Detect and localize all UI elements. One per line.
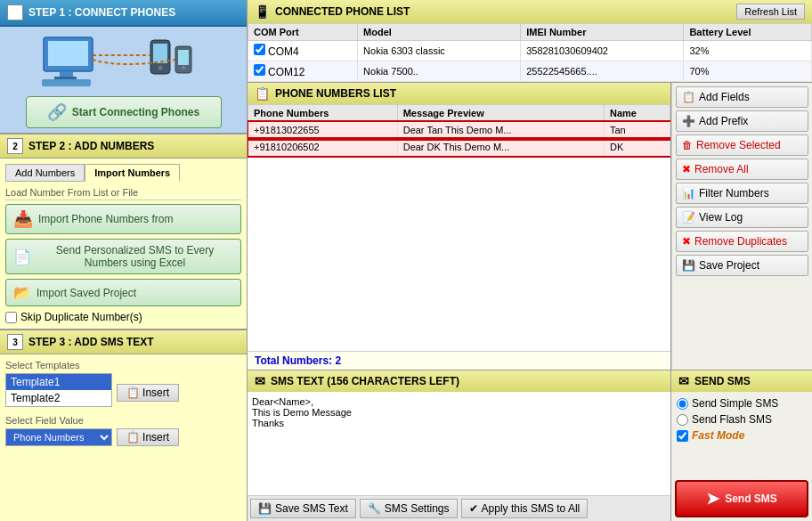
flash-sms-option[interactable]: Send Flash SMS (677, 413, 807, 426)
filter-numbers-button[interactable]: 📊 Filter Numbers (676, 183, 808, 204)
skip-duplicate-checkbox[interactable] (5, 312, 17, 323)
step1-icon: 1 (7, 4, 23, 20)
send-sms-section: ✉ SEND SMS Send Simple SMS Send Flash SM… (671, 370, 812, 521)
svg-rect-1 (48, 41, 88, 66)
save-project-button[interactable]: 💾 Save Project (676, 255, 808, 276)
col-message-preview: Message Preview (397, 105, 604, 122)
row1-model: Nokia 6303 classic (358, 41, 521, 61)
tab-bar: Add Numbers Import Numbers (5, 164, 241, 182)
add-prefix-label: Add Prefix (699, 115, 748, 127)
insert-icon: 📋 (126, 387, 140, 399)
connected-icon: 📱 (255, 4, 270, 19)
select-field-label: Select Field Value (5, 415, 241, 426)
phone-1: +91813022655 (248, 122, 398, 139)
svg-rect-6 (153, 44, 167, 63)
svg-rect-3 (54, 77, 77, 79)
fast-mode-row[interactable]: Fast Mode (677, 429, 807, 442)
send-sms-button[interactable]: ➤ Send SMS (675, 480, 808, 517)
col-battery: Battery Level (684, 24, 812, 41)
col-imei: IMEI Number (521, 24, 684, 41)
send-personalized-button[interactable]: 📄 Send Personalized SMS to Every Numbers… (5, 239, 241, 274)
template-insert-button[interactable]: 📋 Insert (117, 384, 179, 402)
simple-sms-label: Send Simple SMS (692, 397, 778, 410)
template-item-2[interactable]: Template2 (6, 390, 111, 406)
add-fields-button[interactable]: 📋 Add Fields (676, 86, 808, 108)
apply-icon: ✔ (469, 502, 478, 515)
remove-selected-button[interactable]: 🗑 Remove Selected (676, 134, 808, 156)
step3-content: Select Templates Template1 Template2 📋 I… (0, 354, 247, 521)
start-btn-label: Start Connecting Phones (72, 106, 199, 118)
sms-text-section: ✉ SMS TEXT (156 CHARACTERS LEFT) 💾 Save … (248, 370, 671, 521)
apply-sms-button[interactable]: ✔ Apply this SMS to All (461, 499, 589, 518)
step3-header: 3 STEP 3 : ADD SMS TEXT (0, 330, 247, 354)
import-phone-label: Import Phone Numbers from (38, 213, 173, 225)
total-label: Total Numbers: (255, 354, 332, 367)
flash-sms-radio[interactable] (677, 414, 688, 426)
connected-phone-area: COM Port Model IMEI Number Battery Level… (248, 23, 812, 82)
template-insert-row: Template1 Template2 📋 Insert (5, 373, 241, 411)
col-phone-numbers: Phone Numbers (248, 105, 398, 122)
import-phone-numbers-button[interactable]: 📥 Import Phone Numbers from (5, 204, 241, 234)
connected-phone-section: 📱 CONNECTED PHONE LIST Refresh List COM … (248, 0, 812, 83)
table-row[interactable]: COM4 Nokia 6303 classic 358281030609402 … (248, 41, 812, 61)
import-phone-icon: 📥 (13, 209, 33, 229)
remove-all-icon: ✖ (682, 163, 691, 175)
remove-dup-icon: ✖ (682, 235, 691, 248)
skip-duplicate-label: Skip Duplicate Number(s) (20, 311, 142, 323)
field-select[interactable]: Phone Numbers (5, 428, 112, 446)
sms-icon: ✉ (255, 374, 265, 388)
middle-section: 📋 PHONE NUMBERS LIST Phone Numbers Messa… (248, 83, 812, 370)
filter-numbers-label: Filter Numbers (699, 187, 769, 199)
numbers-icon: 📋 (255, 86, 270, 101)
tab-import-numbers[interactable]: Import Numbers (85, 164, 180, 182)
send-personalized-label: Send Personalized SMS to Every Numbers u… (37, 244, 233, 269)
numbers-row[interactable]: +91810206502 Dear DK This Demo M... DK (248, 139, 670, 156)
numbers-section: 📋 PHONE NUMBERS LIST Phone Numbers Messa… (248, 83, 671, 370)
flash-sms-label: Send Flash SMS (692, 413, 772, 426)
simple-sms-radio[interactable] (677, 398, 688, 410)
sms-settings-button[interactable]: 🔧 SMS Settings (360, 499, 458, 518)
template-item-1[interactable]: Template1 (6, 374, 111, 390)
total-value: 2 (335, 354, 341, 367)
save-sms-text-button[interactable]: 💾 Save SMS Text (250, 499, 356, 518)
step1-title: STEP 1 : CONNECT PHONES (28, 6, 175, 19)
select-template-label: Select Templates (5, 360, 241, 370)
save-project-icon: 💾 (682, 259, 695, 272)
send-sms-options: Send Simple SMS Send Flash SMS Fast Mode (671, 392, 812, 476)
step1-header: 1 STEP 1 : CONNECT PHONES (0, 0, 247, 27)
row1-imei: 358281030609402 (521, 41, 684, 61)
connected-header-left: 📱 CONNECTED PHONE LIST (255, 4, 410, 19)
import-saved-project-button[interactable]: 📂 Import Saved Project (5, 279, 241, 306)
import-project-label: Import Saved Project (37, 287, 136, 299)
remove-selected-label: Remove Selected (696, 139, 781, 151)
remove-all-button[interactable]: ✖ Remove All (676, 159, 808, 180)
action-buttons-panel: 📋 Add Fields ➕ Add Prefix 🗑 Remove Selec… (671, 83, 812, 370)
row2-checkbox[interactable] (254, 64, 265, 76)
connect-phones-image (35, 31, 213, 92)
numbers-row[interactable]: +91813022655 Dear Tan This Demo M... Tan (248, 122, 670, 139)
connected-header: 📱 CONNECTED PHONE LIST Refresh List (248, 0, 812, 23)
field-insert-button[interactable]: 📋 Insert (117, 428, 179, 446)
step3-icon: 3 (7, 334, 23, 350)
fast-mode-checkbox[interactable] (677, 430, 688, 442)
tab-add-numbers[interactable]: Add Numbers (5, 164, 85, 182)
remove-duplicates-button[interactable]: ✖ Remove Duplicates (676, 231, 808, 252)
row2-battery: 70% (684, 61, 812, 82)
svg-point-7 (158, 65, 162, 69)
send-sms-btn-icon: ➤ (706, 489, 719, 509)
send-sms-btn-label: Send SMS (725, 493, 777, 505)
refresh-list-button[interactable]: Refresh List (736, 4, 805, 20)
add-prefix-button[interactable]: ➕ Add Prefix (676, 110, 808, 132)
row1-checkbox[interactable] (254, 44, 265, 55)
insert-label: Insert (142, 387, 169, 399)
bottom-section: ✉ SMS TEXT (156 CHARACTERS LEFT) 💾 Save … (248, 370, 812, 521)
apply-sms-label: Apply this SMS to All (482, 502, 581, 515)
view-log-button[interactable]: 📝 View Log (676, 207, 808, 228)
sms-textarea[interactable] (248, 392, 670, 495)
svg-rect-9 (178, 50, 189, 65)
step2-content: Add Numbers Import Numbers Load Number F… (0, 159, 247, 330)
start-connecting-button[interactable]: 🔗 Start Connecting Phones (26, 96, 222, 128)
preview-1: Dear Tan This Demo M... (397, 122, 604, 139)
table-row[interactable]: COM12 Nokia 7500.. 25522545665.... 70% (248, 61, 812, 82)
simple-sms-option[interactable]: Send Simple SMS (677, 397, 807, 410)
